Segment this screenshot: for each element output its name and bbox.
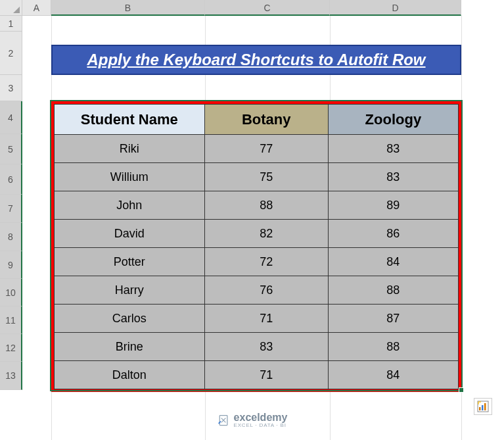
cell-student-name[interactable]: Potter — [55, 248, 205, 276]
cell-student-name[interactable]: Brine — [55, 333, 205, 361]
cell-zoology[interactable]: 83 — [328, 163, 458, 191]
cell-student-name[interactable]: Harry — [55, 276, 205, 305]
cell-botany[interactable]: 77 — [204, 135, 328, 163]
cell-botany[interactable]: 88 — [204, 191, 328, 220]
data-table: Student Name Botany Zoology Riki7783Will… — [54, 104, 459, 389]
table-row: Carlos7187 — [55, 305, 459, 333]
watermark-tagline: EXCEL · DATA · BI — [234, 422, 288, 428]
col-header-B[interactable]: B — [51, 0, 205, 16]
cell-botany[interactable]: 71 — [204, 361, 328, 389]
quick-analysis-icon — [477, 401, 489, 412]
svg-rect-2 — [482, 405, 484, 410]
column-header-row: A B C D — [0, 0, 504, 16]
cell-student-name[interactable]: Willium — [55, 163, 205, 191]
cell-zoology[interactable]: 89 — [328, 191, 458, 220]
row-header-8[interactable]: 8 — [0, 223, 22, 251]
title-text: Apply the Keyboard Shortcuts to Autofit … — [87, 51, 425, 69]
row-header-7[interactable]: 7 — [0, 195, 22, 223]
row-header-2[interactable]: 2 — [0, 32, 22, 75]
cell-botany[interactable]: 76 — [204, 276, 328, 305]
title-banner: Apply the Keyboard Shortcuts to Autofit … — [51, 45, 461, 75]
table-row: Brine8388 — [55, 333, 459, 361]
svg-rect-1 — [479, 407, 481, 410]
cell-zoology[interactable]: 84 — [328, 248, 458, 276]
cell-zoology[interactable]: 83 — [328, 135, 458, 163]
cell-botany[interactable]: 72 — [204, 248, 328, 276]
table-row: John8889 — [55, 191, 459, 220]
cell-student-name[interactable]: David — [55, 220, 205, 248]
svg-rect-3 — [484, 403, 486, 410]
gridline — [461, 16, 462, 440]
watermark: exceldemy EXCEL · DATA · BI — [217, 412, 288, 428]
row-header-4[interactable]: 4 — [0, 101, 22, 134]
cell-student-name[interactable]: Carlos — [55, 305, 205, 333]
col-header-C[interactable]: C — [205, 0, 330, 16]
row-header-13[interactable]: 13 — [0, 362, 22, 390]
table-row: Dalton7184 — [55, 361, 459, 389]
cell-student-name[interactable]: John — [55, 191, 205, 220]
table-row: David8286 — [55, 220, 459, 248]
row-header-1[interactable]: 1 — [0, 16, 22, 32]
header-botany[interactable]: Botany — [204, 105, 328, 135]
row-header-5[interactable]: 5 — [0, 134, 22, 164]
row-header-3[interactable]: 3 — [0, 75, 22, 101]
row-header-col: 12345678910111213 — [0, 16, 22, 390]
select-all-corner[interactable] — [0, 0, 22, 16]
cell-zoology[interactable]: 88 — [328, 276, 458, 305]
header-zoology[interactable]: Zoology — [328, 105, 458, 135]
cell-student-name[interactable]: Dalton — [55, 361, 205, 389]
row-header-9[interactable]: 9 — [0, 251, 22, 279]
table-row: Harry7688 — [55, 276, 459, 305]
watermark-icon — [217, 414, 230, 427]
cell-zoology[interactable]: 87 — [328, 305, 458, 333]
cell-botany[interactable]: 71 — [204, 305, 328, 333]
cell-botany[interactable]: 83 — [204, 333, 328, 361]
table-header-row: Student Name Botany Zoology — [55, 105, 459, 135]
row-header-12[interactable]: 12 — [0, 334, 22, 362]
cell-zoology[interactable]: 86 — [328, 220, 458, 248]
quick-analysis-button[interactable] — [474, 398, 492, 415]
col-header-A[interactable]: A — [22, 0, 51, 16]
data-table-container: Student Name Botany Zoology Riki7783Will… — [51, 101, 461, 392]
cell-botany[interactable]: 75 — [204, 163, 328, 191]
header-student-name[interactable]: Student Name — [55, 105, 205, 135]
row-header-10[interactable]: 10 — [0, 279, 22, 306]
col-header-D[interactable]: D — [330, 0, 461, 16]
cell-zoology[interactable]: 88 — [328, 333, 458, 361]
cell-zoology[interactable]: 84 — [328, 361, 458, 389]
cell-botany[interactable]: 82 — [204, 220, 328, 248]
table-row: Riki7783 — [55, 135, 459, 163]
table-row: Willium7583 — [55, 163, 459, 191]
row-header-11[interactable]: 11 — [0, 306, 22, 334]
table-row: Potter7284 — [55, 248, 459, 276]
row-header-6[interactable]: 6 — [0, 164, 22, 195]
cell-student-name[interactable]: Riki — [55, 135, 205, 163]
